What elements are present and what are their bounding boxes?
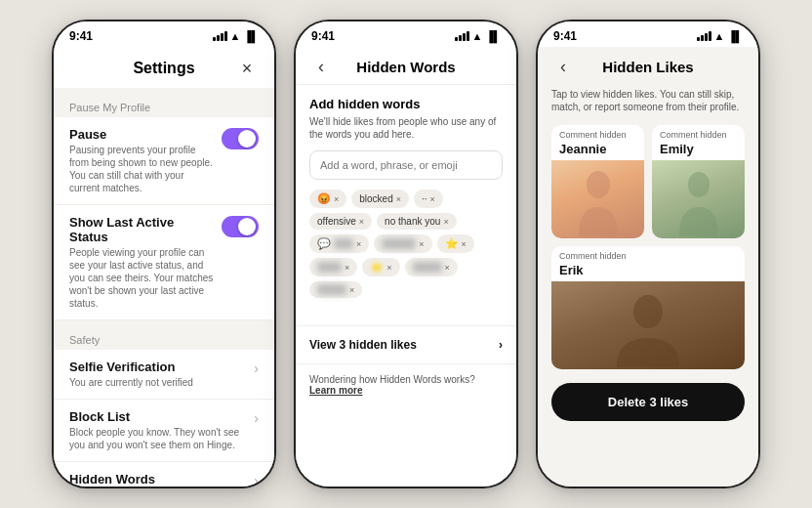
hidden-words-item[interactable]: Hidden Words Hide likes from people who …	[54, 462, 274, 487]
hidden-words-title: Hidden Words	[69, 472, 254, 487]
wifi-icon-3: ▲	[714, 30, 725, 42]
wifi-icon: ▲	[230, 30, 241, 42]
tag-offensive: offensive ×	[309, 213, 372, 230]
block-list-title: Block List	[69, 409, 254, 424]
learn-more-link[interactable]: Learn more	[309, 385, 362, 396]
phone-hidden-likes: 9:41 ▲ ▐▌ ‹ Hidden Likes Tap to view hid…	[536, 20, 760, 488]
hw-footer: Wondering how Hidden Words works? Learn …	[296, 364, 516, 405]
signal-icon-2	[455, 31, 469, 41]
time-1: 9:41	[69, 29, 93, 43]
erik-label: Comment hidden	[551, 246, 745, 263]
tag-blocked: blocked ×	[351, 190, 409, 208]
battery-icon-2: ▐▌	[485, 30, 501, 42]
hl-header: ‹ Hidden Likes	[538, 47, 758, 84]
tags-area: 😡 × blocked × ·· × offensive × no thank …	[309, 190, 503, 298]
time-2: 9:41	[311, 29, 335, 43]
tag-no-thank-you: no thank you ×	[377, 213, 457, 230]
settings-title: Settings	[93, 60, 235, 77]
hw-section-title: Add hidden words	[309, 97, 503, 111]
tag-blurred-2: xxxxxxx ×	[374, 234, 431, 253]
close-button[interactable]: ×	[235, 57, 259, 80]
chevron-icon-3: ›	[254, 473, 259, 487]
tag-emoji-angry: 😡 ×	[309, 190, 346, 208]
svg-point-0	[587, 171, 610, 198]
selfie-verification-item[interactable]: Selfie Verification You are currently no…	[54, 350, 274, 400]
pause-toggle[interactable]	[222, 128, 259, 149]
svg-point-1	[688, 172, 710, 197]
phone-settings: 9:41 ▲ ▐▌ Settings × Pause My Profile Pa…	[52, 20, 276, 488]
jeannie-name: Jeannie	[551, 142, 644, 160]
status-icons-2: ▲ ▐▌	[455, 30, 501, 42]
pause-desc: Pausing prevents your profile from being…	[69, 144, 214, 194]
pause-title: Pause	[69, 127, 214, 142]
erik-photo	[551, 281, 745, 369]
status-bar-2: 9:41 ▲ ▐▌	[296, 21, 516, 47]
hw-title: Hidden Words	[333, 59, 479, 75]
selfie-verification-title: Selfie Verification	[69, 360, 254, 374]
hw-screen: Add hidden words We'll hide likes from p…	[296, 85, 516, 487]
hw-section-desc: We'll hide likes from people who use any…	[309, 115, 503, 141]
erik-name: Erik	[551, 263, 745, 281]
hw-body: Add hidden words We'll hide likes from p…	[296, 85, 516, 318]
tag-blurred-5: xxxxxx ×	[309, 281, 362, 298]
section-label-safety: Safety	[54, 320, 274, 350]
jeannie-label: Comment hidden	[551, 125, 644, 142]
battery-icon: ▐▌	[243, 30, 259, 42]
last-active-toggle[interactable]	[222, 216, 259, 237]
tag-blurred-3: xxxxx ×	[309, 258, 357, 276]
tag-blurred-1: 💬 xxxx ×	[309, 234, 369, 253]
signal-icon-3	[697, 31, 711, 41]
hw-input[interactable]	[309, 150, 503, 180]
status-icons-3: ▲ ▐▌	[697, 30, 743, 42]
last-active-title: Show Last Active Status	[69, 215, 214, 244]
tag-blurred-4: xxxxxx ×	[405, 258, 458, 276]
back-button[interactable]: ‹	[309, 55, 333, 78]
signal-icon	[213, 31, 227, 41]
hw-header: ‹ Hidden Words	[296, 47, 516, 85]
svg-point-2	[633, 295, 663, 328]
last-active-desc: People viewing your profile can see your…	[69, 246, 214, 310]
chevron-icon: ›	[254, 360, 259, 376]
phone-hidden-words: 9:41 ▲ ▐▌ ‹ Hidden Words Add hidden word…	[294, 20, 518, 488]
back-button-3[interactable]: ‹	[551, 55, 575, 78]
selfie-verification-desc: You are currently not verified	[69, 376, 254, 389]
tag-dots: ·· ×	[414, 190, 443, 208]
emily-label: Comment hidden	[652, 125, 745, 142]
chevron-right-icon: ›	[499, 338, 503, 352]
section-label-pause: Pause My Profile	[54, 88, 274, 117]
hl-screen: Tap to view hidden likes. You can still …	[538, 84, 758, 487]
block-list-desc: Block people you know. They won't see yo…	[69, 426, 254, 451]
settings-header: Settings ×	[54, 47, 274, 88]
time-3: 9:41	[553, 29, 577, 43]
hl-grid: Comment hidden Jeannie Comment hidden Em…	[538, 121, 758, 377]
block-list-item[interactable]: Block List Block people you know. They w…	[54, 400, 274, 462]
hl-title: Hidden Likes	[575, 59, 721, 75]
hl-card-jeannie[interactable]: Comment hidden Jeannie	[551, 125, 644, 238]
emily-name: Emily	[652, 142, 745, 160]
emily-photo	[652, 160, 745, 238]
hl-desc: Tap to view hidden likes. You can still …	[538, 84, 758, 121]
settings-screen: Pause My Profile Pause Pausing prevents …	[54, 88, 274, 487]
tag-blurred-star: ⭐ ×	[362, 258, 399, 276]
pause-setting: Pause Pausing prevents your profile from…	[54, 117, 274, 205]
status-bar-3: 9:41 ▲ ▐▌	[538, 21, 758, 47]
last-active-setting: Show Last Active Status People viewing y…	[54, 205, 274, 320]
status-bar-1: 9:41 ▲ ▐▌	[54, 21, 274, 47]
tag-star: ⭐ ×	[437, 234, 474, 253]
chevron-icon-2: ›	[254, 410, 259, 426]
status-icons-1: ▲ ▐▌	[213, 30, 259, 42]
battery-icon-3: ▐▌	[727, 30, 743, 42]
wifi-icon-2: ▲	[472, 30, 483, 42]
view-likes-label: View 3 hidden likes	[309, 338, 417, 352]
view-likes-button[interactable]: View 3 hidden likes ›	[296, 325, 516, 364]
hl-card-erik[interactable]: Comment hidden Erik	[551, 246, 745, 369]
delete-likes-button[interactable]: Delete 3 likes	[551, 383, 745, 421]
hw-footer-text: Wondering how Hidden Words works?	[309, 374, 475, 385]
jeannie-photo	[551, 160, 644, 238]
hl-card-emily[interactable]: Comment hidden Emily	[652, 125, 745, 238]
